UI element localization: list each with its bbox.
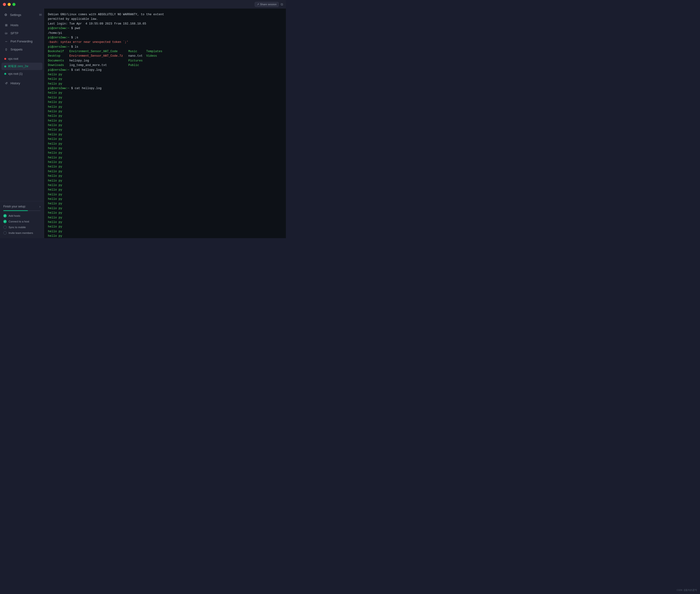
term-hello-r15: hello py — [48, 156, 282, 160]
term-line-7: -bash: syntax error near unexpected toke… — [48, 40, 282, 44]
term-line-4: pi@zero2ww:~ $ pwd — [48, 26, 282, 31]
term-hello-r26: hello py — [48, 206, 282, 211]
settings-nav-item[interactable]: Settings — [2, 11, 23, 18]
host-item-raspberry[interactable]: 树莓派 zero_2w — [1, 63, 42, 70]
term-line-ls-3: Documents hellopy.log Pictures — [48, 59, 282, 63]
setup-item-invite-team[interactable]: Invite team members — [2, 230, 42, 236]
finish-setup-header[interactable]: Finish your setup: › — [2, 204, 42, 209]
maximize-button[interactable] — [12, 3, 15, 6]
snippets-label: Snippets — [10, 47, 23, 51]
host-item-vps-root-1[interactable]: vps root (1) — [1, 70, 42, 77]
term-hello-r16: hello py — [48, 160, 282, 165]
port-forwarding-icon: ↔ — [4, 39, 8, 43]
titlebar-right: ↗ Share session ⧉ — [255, 2, 283, 7]
term-hello-3: hello py — [48, 82, 282, 86]
term-hello-r12: hello py — [48, 142, 282, 146]
term-hello-r21: hello py — [48, 183, 282, 188]
minimize-button[interactable] — [8, 3, 11, 6]
progress-bar-bg — [3, 210, 40, 211]
finish-setup-section: Finish your setup: › ✓ Add hosts ✓ Conne… — [0, 201, 44, 238]
setup-item-add-hosts[interactable]: ✓ Add hosts — [2, 213, 42, 219]
setup-label-invite-team: Invite team members — [8, 231, 33, 234]
term-hello-r6: hello py — [48, 114, 282, 119]
term-hello-r1: hello py — [48, 91, 282, 95]
titlebar: ↗ Share session ⧉ — [0, 0, 286, 8]
term-hello-r14: hello py — [48, 151, 282, 155]
setup-check-pending — [3, 226, 7, 229]
term-line-9: pi@zero2ww:~ $ cat hellopy.log — [48, 68, 282, 72]
history-label: History — [10, 81, 20, 85]
close-button[interactable] — [3, 3, 6, 6]
setup-check-done-2: ✓ — [3, 220, 7, 223]
setup-item-connect-host[interactable]: ✓ Connect to a host — [2, 219, 42, 224]
term-line-ls-1: Bookshelf Environment_Sensor_HAT_Code Mu… — [48, 49, 282, 54]
term-hello-r24: hello py — [48, 197, 282, 201]
term-hello-r5: hello py — [48, 109, 282, 114]
sftp-label: SFTP — [10, 31, 18, 35]
term-line-ls-4: Downloads log_temp_and_more.txt Public — [48, 63, 282, 68]
term-line-2: permitted by applicable law. — [48, 17, 282, 22]
setup-label-connect-host: Connect to a host — [8, 220, 29, 223]
term-hello-r20: hello py — [48, 178, 282, 183]
term-hello-r32: hello py — [48, 234, 282, 238]
port-forwarding-label: Port Forwarding — [10, 39, 32, 43]
progress-bar-fill — [3, 210, 28, 211]
window-expand-icon[interactable]: ⧉ — [281, 2, 283, 6]
term-hello-r11: hello py — [48, 137, 282, 141]
setup-label-sync-mobile: Sync to mobile — [8, 226, 26, 229]
term-hello-r28: hello py — [48, 216, 282, 220]
settings-icon — [4, 13, 8, 17]
term-line-6: pi@zero2ww:~ $ ;s — [48, 35, 282, 40]
sidebar-item-sftp[interactable]: 🗂 SFTP — [1, 29, 42, 37]
term-hello-r8: hello py — [48, 123, 282, 128]
share-session-button[interactable]: ↗ Share session — [255, 2, 279, 7]
term-hello-r19: hello py — [48, 174, 282, 178]
term-hello-r10: hello py — [48, 132, 282, 137]
host-item-vps-root[interactable]: vps root — [1, 56, 42, 62]
app-container: Settings ✉ ⊞ Hosts 🗂 SFTP ↔ Port Forward… — [0, 8, 286, 238]
host-label-vps-root-1: vps root (1) — [8, 72, 23, 75]
term-line-ls-2: Desktop Environment_Sensor_HAT_Code.7z n… — [48, 54, 282, 58]
term-hello-r17: hello py — [48, 165, 282, 169]
term-hello-r30: hello py — [48, 225, 282, 229]
setup-check-done: ✓ — [3, 214, 7, 218]
term-hello-r23: hello py — [48, 192, 282, 197]
term-line-1: Debian GNU/Linux comes with ABSOLUTELY N… — [48, 12, 282, 17]
host-status-dot-green — [4, 66, 6, 67]
term-line-10: pi@zero2ww:~ $ cat hellopy.log — [48, 86, 282, 91]
term-hello-r29: hello py — [48, 220, 282, 225]
sidebar-top: Settings ✉ — [0, 8, 44, 21]
setup-item-sync-mobile[interactable]: Sync to mobile — [2, 224, 42, 230]
hosts-label: Hosts — [10, 23, 18, 27]
setup-label-add-hosts: Add hosts — [8, 214, 20, 217]
sidebar-item-hosts[interactable]: ⊞ Hosts — [1, 21, 42, 29]
term-hello-r13: hello py — [48, 146, 282, 151]
term-hello-2: hello py — [48, 77, 282, 81]
sidebar-item-snippets[interactable]: {} Snippets — [1, 45, 42, 53]
term-hello-r9: hello py — [48, 128, 282, 132]
term-hello-r31: hello py — [48, 229, 282, 234]
sidebar-item-port-forwarding[interactable]: ↔ Port Forwarding — [1, 37, 42, 45]
finish-setup-chevron-icon: › — [39, 205, 40, 208]
sidebar-item-history[interactable]: ↺ History — [1, 79, 42, 87]
term-hello-r7: hello py — [48, 119, 282, 123]
term-hello-r4: hello py — [48, 105, 282, 109]
share-label: Share session — [260, 3, 277, 6]
terminal-area[interactable]: Debian GNU/Linux comes with ABSOLUTELY N… — [44, 8, 286, 238]
history-icon: ↺ — [4, 81, 8, 85]
hosts-icon: ⊞ — [4, 23, 8, 27]
term-hello-r2: hello py — [48, 96, 282, 100]
host-status-dot-red — [4, 58, 6, 60]
term-hello-r3: hello py — [48, 100, 282, 105]
invite-icon-button[interactable]: ✉ — [39, 13, 42, 17]
setup-check-pending-2 — [3, 231, 7, 235]
term-hello-r22: hello py — [48, 188, 282, 192]
host-label-raspberry: 树莓派 zero_2w — [8, 64, 28, 68]
term-hello-r27: hello py — [48, 211, 282, 215]
term-line-8: pi@zero2ww:~ $ ls — [48, 45, 282, 49]
window-controls[interactable] — [3, 3, 15, 6]
finish-setup-title: Finish your setup: — [3, 205, 26, 208]
term-line-3: Last login: Tue Apr 4 19:55:09 2023 from… — [48, 22, 282, 26]
snippets-icon: {} — [4, 47, 8, 51]
term-hello-r18: hello py — [48, 169, 282, 174]
